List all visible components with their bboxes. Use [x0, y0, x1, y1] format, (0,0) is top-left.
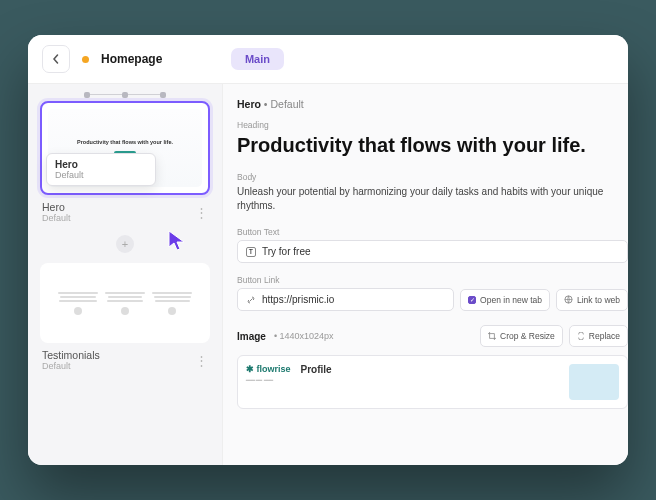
- kebab-icon[interactable]: ⋮: [195, 353, 208, 368]
- back-button[interactable]: [42, 45, 70, 73]
- kebab-icon[interactable]: ⋮: [195, 205, 208, 220]
- heading-field[interactable]: Productivity that flows with your life.: [237, 133, 628, 158]
- image-field-label: Image: [237, 331, 266, 342]
- checkbox-icon: [468, 296, 476, 304]
- track-indicator: [40, 94, 210, 95]
- open-new-tab-toggle[interactable]: Open in new tab: [460, 289, 550, 311]
- slice-card-hero[interactable]: Productivity that flows with your life. …: [40, 101, 210, 195]
- text-icon: T: [246, 247, 256, 257]
- link-to-web-button[interactable]: Link to web: [556, 289, 628, 311]
- breadcrumb: Hero • Default: [237, 98, 628, 110]
- drag-tooltip: Hero Default: [46, 153, 156, 186]
- add-slice-button[interactable]: +: [116, 235, 134, 253]
- slice-label-hero: Hero Default ⋮: [40, 199, 210, 225]
- replace-icon: [577, 332, 585, 340]
- page-title: Homepage: [101, 52, 162, 66]
- crop-resize-button[interactable]: Crop & Resize: [480, 325, 563, 347]
- button-text-input[interactable]: T Try for free: [237, 240, 628, 263]
- link-icon: [246, 295, 256, 305]
- crop-icon: [488, 332, 496, 340]
- field-label: Button Text: [237, 227, 628, 237]
- preview-image-block: [569, 364, 619, 400]
- slice-thumbnail: [46, 269, 204, 337]
- cursor-icon: [166, 229, 190, 253]
- field-label: Button Link: [237, 275, 628, 285]
- field-label: Body: [237, 172, 628, 182]
- preview-brand: ✱ flowrise ━━━ ━━ ━━━: [246, 364, 291, 383]
- image-preview[interactable]: ✱ flowrise ━━━ ━━ ━━━ Profile: [237, 355, 628, 409]
- replace-button[interactable]: Replace: [569, 325, 628, 347]
- body-field[interactable]: Unleash your potential by harmonizing yo…: [237, 185, 628, 213]
- preview-title: Profile: [301, 364, 332, 375]
- slice-card-testimonials[interactable]: [40, 263, 210, 343]
- button-link-input[interactable]: https://prismic.io: [237, 288, 454, 311]
- globe-icon: [564, 295, 573, 304]
- slice-label-testimonials: Testimonials Default ⋮: [40, 347, 210, 373]
- tab-main[interactable]: Main: [231, 48, 284, 70]
- field-label: Heading: [237, 120, 628, 130]
- status-dot: [82, 56, 89, 63]
- image-dimensions: • 1440x1024px: [274, 331, 334, 341]
- editor-panel: Hero • Default Heading Productivity that…: [223, 84, 628, 465]
- slice-sidebar: Productivity that flows with your life. …: [28, 84, 223, 465]
